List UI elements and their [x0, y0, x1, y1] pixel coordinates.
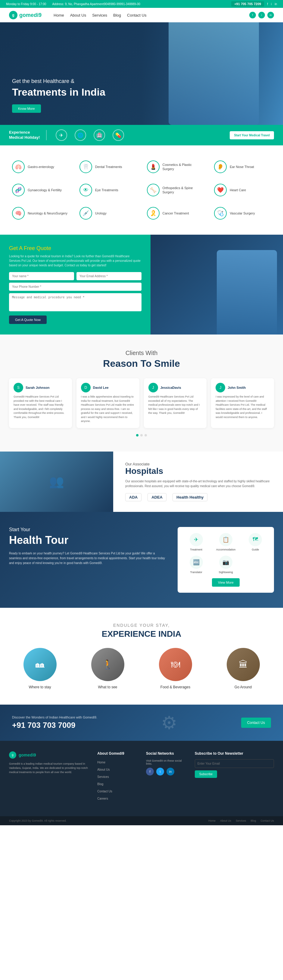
footer-link-contact[interactable]: Contact Us	[97, 790, 112, 793]
experience-icons: ✈ 🌐 🏥 💊	[56, 129, 221, 141]
contact-us-button[interactable]: Contact Us	[241, 718, 271, 728]
exp-icon-flight: ✈	[56, 129, 67, 141]
hospitals-image: 👥	[0, 452, 113, 512]
hospital-logos: ADA ADEA Health Healthy	[125, 493, 271, 501]
top-bar-contact: +91 705 705 7209 f i in	[231, 1, 277, 6]
service-cosmetics-label: Cosmetics & Plastic Surgery	[163, 162, 204, 171]
service-heart[interactable]: ❤️ Heart Care	[211, 181, 274, 199]
nav-services[interactable]: Services	[92, 13, 107, 18]
service-cosmetics[interactable]: 💄 Cosmetics & Plastic Surgery	[144, 158, 207, 176]
health-tour-left: Start Your Health Tour Ready to embark o…	[9, 527, 166, 566]
footer-bottom: Copyright 2023 by Gomedi9. All rights re…	[0, 816, 283, 825]
dot-2[interactable]	[140, 434, 143, 436]
footer-bottom-contact[interactable]: Contact Us	[261, 819, 274, 822]
cta-phone[interactable]: +91 703 703 7009	[12, 721, 97, 730]
ei-go-around[interactable]: 🏛 Go Around	[212, 648, 274, 689]
ent-icon: 👂	[214, 161, 227, 173]
quote-image-side	[150, 235, 283, 334]
exp-icon-medicine: 💊	[112, 129, 124, 141]
footer-link-home[interactable]: Home	[97, 761, 105, 764]
footer-bottom-blog[interactable]: Blog	[250, 819, 256, 822]
quote-message-input[interactable]	[9, 293, 141, 311]
social-f[interactable]: f	[267, 2, 268, 6]
footer-tw-button[interactable]: t	[156, 768, 164, 775]
ht-treatment: ✈ Treatment	[183, 533, 209, 551]
address: Address: 9, No, Phangadha Apartment90489…	[52, 2, 140, 6]
cta-banner: Discover the Wonders of Indian Healthcar…	[0, 705, 283, 741]
top-bar-info: Monday to Friday 9:00 - 17:00 Address: 9…	[6, 2, 140, 6]
testimonial-2: J JessicaDavis Gomedi9 Healthcare Servic…	[144, 378, 207, 428]
footer-link-about[interactable]: About Us	[97, 768, 109, 771]
get-quote-button[interactable]: Get A Quote Now	[9, 315, 47, 324]
top-bar: Monday to Friday 9:00 - 17:00 Address: 9…	[0, 0, 283, 8]
text-jessica: Gomedi9 Healthcare Services Pvt Ltd exce…	[149, 395, 202, 415]
urology-icon: 💉	[79, 207, 92, 220]
nav-about[interactable]: About Us	[70, 13, 86, 18]
cta-text: Discover the Wonders of Indian Healthcar…	[12, 716, 97, 730]
nav-blog[interactable]: Blog	[113, 13, 121, 18]
accommodation-icon: 📋	[219, 533, 232, 546]
newsletter-email-input[interactable]	[195, 759, 274, 768]
footer-link-blog[interactable]: Blog	[97, 783, 103, 786]
service-ortho-label: Orthopedics & Spine Surgery	[163, 186, 204, 194]
footer-bottom-about[interactable]: About Us	[220, 819, 231, 822]
ei-what-to-see[interactable]: 🚶 What to see	[77, 648, 139, 689]
service-heart-label: Heart Care	[230, 188, 246, 192]
subscribe-button[interactable]: Subscribe	[195, 770, 217, 778]
service-eye-label: Eye Treatments	[95, 188, 118, 192]
translator-label: Translator	[190, 571, 202, 574]
social-i[interactable]: i	[271, 2, 272, 6]
service-neuro[interactable]: 🧠 Neurology & NeuroSurgery	[9, 204, 72, 223]
nav-social-li[interactable]: in	[267, 12, 274, 18]
nav-home[interactable]: Home	[54, 13, 64, 18]
view-more-button[interactable]: View More	[212, 578, 240, 587]
footer-links-col: About Gomedi9 Home About Us Services Blo…	[97, 751, 137, 803]
quote-section: Get A Free Quote Looking for a quote for…	[0, 235, 283, 334]
hospital-adea: ADEA	[147, 493, 166, 501]
quote-name-input[interactable]	[9, 272, 74, 280]
service-gastro[interactable]: 🫁 Gastro-enterology	[9, 158, 72, 176]
service-eye[interactable]: 👁 Eye Treatments	[76, 181, 139, 199]
testimonials-grid: S Sarah Johnson Gomedi9 Healthcare Servi…	[9, 378, 274, 428]
footer-bottom-services[interactable]: Services	[236, 819, 246, 822]
ei-food[interactable]: 🍽 Food & Beverages	[144, 648, 206, 689]
service-urology[interactable]: 💉 Urology	[76, 204, 139, 223]
service-ortho[interactable]: 🦴 Orthopedics & Spine Surgery	[144, 181, 207, 199]
footer-bottom-home[interactable]: Home	[208, 819, 215, 822]
ei-where-to-stay[interactable]: 🏘 Where to stay	[9, 648, 71, 689]
ortho-icon: 🦴	[147, 184, 160, 196]
hospitals-content: Our Associate Hospitals Our associate ho…	[113, 453, 283, 511]
experience-india-section: ENDULGE YOUR STAY, EXPERIENCE INDIA 🏘 Wh…	[0, 608, 283, 705]
footer-logo-text: gomedi9	[19, 752, 36, 757]
nav-contact[interactable]: Contact Us	[127, 13, 146, 18]
footer-link-careers[interactable]: Careers	[97, 797, 108, 800]
phone-badge[interactable]: +91 705 705 7209	[231, 1, 264, 6]
social-in[interactable]: in	[275, 2, 277, 6]
quote-phone-input[interactable]	[9, 283, 141, 291]
service-ent[interactable]: 👂 Ear Nose Throat	[211, 158, 274, 176]
name-david: David Lee	[93, 386, 109, 390]
logo[interactable]: g gomedi9	[9, 11, 41, 19]
service-cancer-label: Cancer Treatment	[163, 211, 189, 215]
nav-social-ig[interactable]: i	[258, 12, 265, 18]
dot-1[interactable]	[136, 434, 139, 436]
exp-icon-hospital: 🏥	[93, 129, 105, 141]
hospital-health: Health Healthy	[172, 493, 207, 501]
hospitals-title: Hospitals	[125, 466, 271, 476]
hero-subtitle: Get the best Healthcare &	[12, 78, 105, 84]
footer-link-services[interactable]: Services	[97, 775, 109, 778]
go-around-label: Go Around	[234, 685, 252, 689]
hero-cta-button[interactable]: Know More	[12, 104, 41, 113]
hospitals-section: 👥 Our Associate Hospitals Our associate …	[0, 452, 283, 512]
service-dental[interactable]: 🦷 Dental Treatments	[76, 158, 139, 176]
start-medical-travel-button[interactable]: Start Your Medical Travel	[230, 131, 274, 139]
footer-fb-button[interactable]: f	[146, 768, 154, 775]
dot-3[interactable]	[144, 434, 147, 436]
service-vascular[interactable]: 🩺 Vascular Surgery	[211, 204, 274, 223]
footer-li-button[interactable]: in	[166, 768, 174, 775]
nav-social-fb[interactable]: f	[249, 12, 256, 18]
accommodation-label: Accommodation	[216, 548, 236, 551]
service-cancer[interactable]: 🎗️ Cancer Treatment	[144, 204, 207, 223]
service-gynae[interactable]: 🧬 Gynaecology & Fertility	[9, 181, 72, 199]
quote-email-input[interactable]	[76, 272, 141, 280]
